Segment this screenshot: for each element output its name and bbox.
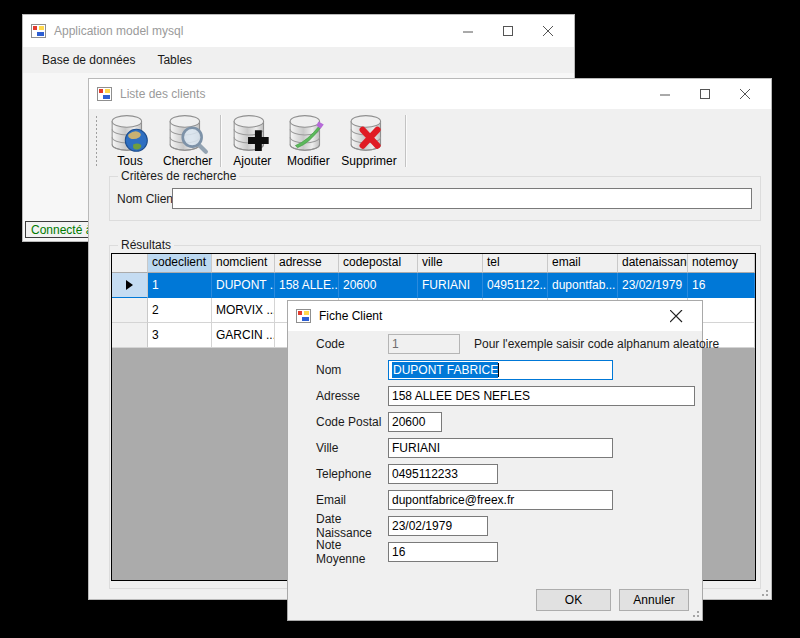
row-header-cell[interactable]: [112, 273, 148, 298]
minimize-icon[interactable]: [448, 17, 488, 45]
modifier-button[interactable]: Modifier: [280, 112, 336, 169]
current-row-arrow-icon: [126, 280, 133, 290]
email-field[interactable]: [388, 490, 613, 510]
toolbar: Tous Chercher A: [89, 109, 771, 171]
email-label: Email: [316, 493, 388, 507]
cell-nomclient[interactable]: GARCIN ...: [212, 323, 275, 348]
cell-nomclient[interactable]: MORVIX ...: [212, 298, 275, 323]
app-icon: [296, 308, 312, 324]
code-label: Code: [316, 337, 388, 351]
close-icon[interactable]: [725, 80, 765, 108]
code-field: [388, 334, 460, 354]
text-caret: [498, 363, 499, 377]
close-icon[interactable]: [528, 17, 568, 45]
selected-text: DUPONT FABRICE: [392, 362, 498, 378]
adresse-field[interactable]: [388, 386, 695, 406]
liste-window-title: Liste des clients: [120, 87, 205, 101]
column-header-nomclient[interactable]: nomclient: [212, 254, 275, 273]
tous-button[interactable]: Tous: [102, 112, 158, 169]
column-header-notemoy[interactable]: notemoy: [688, 254, 755, 273]
ville-field[interactable]: [388, 438, 613, 458]
chercher-label: Chercher: [163, 154, 212, 168]
menu-base-de-donnees[interactable]: Base de données: [31, 49, 146, 71]
note-moyenne-row: Note Moyenne: [288, 539, 702, 565]
menu-bar: Base de données Tables: [23, 47, 574, 73]
cell-codeclient[interactable]: 1: [148, 273, 212, 298]
database-edit-icon: [285, 113, 331, 155]
database-globe-icon: [107, 113, 153, 155]
nom-client-input[interactable]: [172, 188, 752, 209]
date-naissance-field[interactable]: [388, 516, 488, 536]
main-titlebar: Application model mysql: [23, 15, 574, 47]
dialog-resize-grip[interactable]: [690, 608, 700, 618]
cell-email[interactable]: dupontfab...: [548, 273, 618, 298]
ajouter-button[interactable]: Ajouter: [224, 112, 280, 169]
ok-button[interactable]: OK: [536, 589, 611, 611]
code-postal-label: Code Postal: [316, 415, 388, 429]
main-window-title: Application model mysql: [54, 24, 183, 38]
cell-adresse[interactable]: 158 ALLE...: [275, 273, 339, 298]
code-postal-row: Code Postal: [288, 409, 702, 435]
ville-label: Ville: [316, 441, 388, 455]
annuler-button[interactable]: Annuler: [619, 589, 689, 611]
modifier-label: Modifier: [287, 154, 330, 168]
chercher-button[interactable]: Chercher: [158, 112, 217, 169]
criteres-group-title: Critères de recherche: [118, 169, 239, 183]
cell-codeclient[interactable]: 3: [148, 323, 212, 348]
column-header-codeclient[interactable]: codeclient: [148, 254, 212, 273]
app-icon: [31, 23, 47, 39]
column-header-email[interactable]: email: [548, 254, 618, 273]
grid-corner-cell[interactable]: [112, 254, 148, 273]
database-delete-icon: [346, 113, 392, 155]
column-header-codepostal[interactable]: codepostal: [339, 254, 418, 273]
column-header-datenaissance[interactable]: datenaissance: [618, 254, 688, 273]
toolbar-separator: [405, 115, 406, 167]
fiche-client-dialog: Fiche Client Code Pour l'exemple saisir …: [287, 300, 703, 621]
maximize-icon[interactable]: [685, 80, 725, 108]
tous-label: Tous: [117, 154, 142, 168]
nom-label: Nom: [316, 363, 388, 377]
column-header-ville[interactable]: ville: [418, 254, 483, 273]
row-header-cell[interactable]: [112, 298, 148, 323]
criteres-groupbox: Critères de recherche Nom Client: [109, 176, 761, 221]
maximize-icon[interactable]: [488, 17, 528, 45]
telephone-label: Telephone: [316, 467, 388, 481]
table-row[interactable]: 1 DUPONT ... 158 ALLE... 20600 FURIANI 0…: [112, 273, 755, 298]
adresse-label: Adresse: [316, 389, 388, 403]
cell-ville[interactable]: FURIANI: [418, 273, 483, 298]
nom-field[interactable]: DUPONT FABRICE: [388, 360, 613, 380]
code-postal-field[interactable]: [388, 412, 442, 432]
toolbar-grip[interactable]: [95, 115, 98, 167]
ville-row: Ville: [288, 435, 702, 461]
toolbar-separator: [220, 115, 221, 167]
close-icon[interactable]: [656, 302, 696, 330]
nom-client-label: Nom Client: [117, 192, 176, 206]
supprimer-button[interactable]: Supprimer: [336, 112, 401, 169]
dialog-buttons: OK Annuler: [536, 589, 689, 611]
code-row: Code Pour l'exemple saisir code alphanum…: [288, 331, 702, 357]
column-header-tel[interactable]: tel: [483, 254, 548, 273]
app-icon: [97, 86, 113, 102]
menu-tables[interactable]: Tables: [146, 49, 203, 71]
database-search-icon: [165, 113, 211, 155]
cell-tel[interactable]: 04951122...: [483, 273, 548, 298]
code-hint-label: Pour l'exemple saisir code alphanum alea…: [474, 337, 719, 351]
dialog-title: Fiche Client: [319, 309, 382, 323]
column-header-adresse[interactable]: adresse: [275, 254, 339, 273]
supprimer-label: Supprimer: [341, 154, 396, 168]
row-header-cell[interactable]: [112, 323, 148, 348]
date-naissance-row: Date Naissance: [288, 513, 702, 539]
resultats-group-title: Résultats: [118, 238, 174, 252]
liste-titlebar: Liste des clients: [89, 79, 771, 109]
cell-codepostal[interactable]: 20600: [339, 273, 418, 298]
ajouter-label: Ajouter: [233, 154, 271, 168]
cell-datenaissance[interactable]: 23/02/1979: [618, 273, 688, 298]
note-moyenne-field[interactable]: [388, 542, 498, 562]
telephone-field[interactable]: [388, 464, 498, 484]
cell-codeclient[interactable]: 2: [148, 298, 212, 323]
cell-nomclient[interactable]: DUPONT ...: [212, 273, 275, 298]
adresse-row: Adresse: [288, 383, 702, 409]
dialog-titlebar: Fiche Client: [288, 301, 702, 331]
minimize-icon[interactable]: [645, 80, 685, 108]
cell-notemoy[interactable]: 16: [688, 273, 755, 298]
